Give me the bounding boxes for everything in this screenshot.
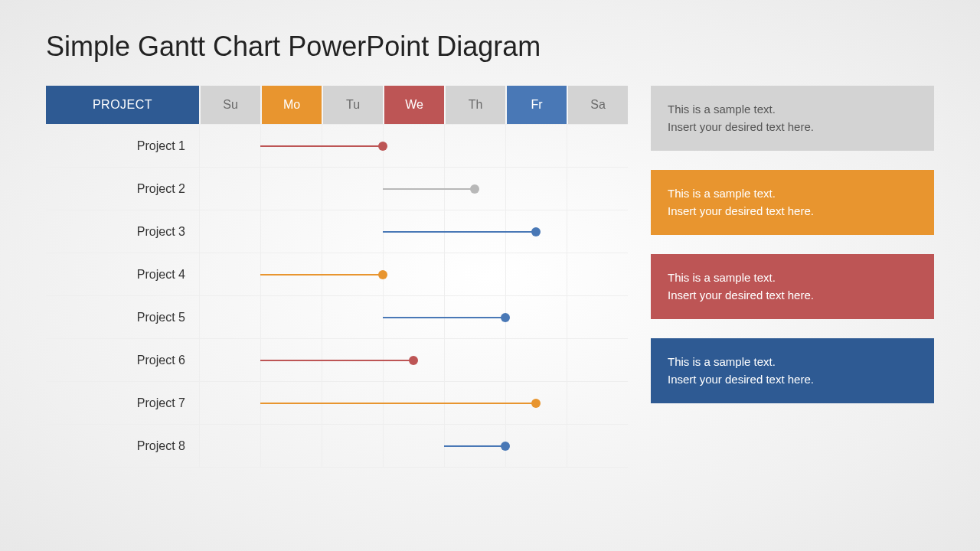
gantt-row: Project 6 bbox=[46, 339, 628, 382]
legend-box-gray: This is a sample text. Insert your desir… bbox=[651, 86, 934, 151]
content-row: PROJECT Su Mo Tu We Th Fr Sa Project 1Pr… bbox=[46, 86, 934, 468]
gantt-row-track bbox=[199, 125, 628, 167]
gantt-row-label: Project 7 bbox=[46, 396, 199, 410]
header-day-fr: Fr bbox=[507, 86, 567, 124]
gantt-bar-end-dot bbox=[501, 442, 510, 451]
gantt-row-label: Project 3 bbox=[46, 225, 199, 239]
header-day-th: Th bbox=[446, 86, 505, 124]
gantt-chart: PROJECT Su Mo Tu We Th Fr Sa Project 1Pr… bbox=[46, 86, 628, 468]
header-day-mo: Mo bbox=[262, 86, 322, 124]
legend-text: Insert your desired text here. bbox=[668, 203, 917, 220]
legend-text: Insert your desired text here. bbox=[668, 119, 917, 136]
gantt-bar bbox=[383, 231, 536, 233]
header-day-sa: Sa bbox=[568, 86, 628, 124]
gantt-row: Project 5 bbox=[46, 296, 628, 339]
gantt-row-label: Project 8 bbox=[46, 439, 199, 453]
legend-text: This is a sample text. bbox=[668, 185, 917, 203]
gantt-row-track bbox=[199, 210, 628, 253]
gantt-bar-end-dot bbox=[378, 142, 387, 151]
legend-text: This is a sample text. bbox=[668, 269, 917, 287]
slide: Simple Gantt Chart PowerPoint Diagram PR… bbox=[0, 0, 980, 551]
gantt-bar bbox=[383, 188, 475, 190]
gantt-row-label: Project 6 bbox=[46, 354, 199, 367]
gantt-row: Project 4 bbox=[46, 253, 628, 296]
gantt-row-track bbox=[199, 382, 628, 424]
gantt-row: Project 7 bbox=[46, 382, 628, 425]
gantt-row-track bbox=[199, 339, 628, 381]
legend-text: This is a sample text. bbox=[668, 101, 917, 119]
gantt-bar bbox=[260, 145, 383, 147]
gantt-bar bbox=[260, 274, 383, 276]
gantt-bar-end-dot bbox=[531, 227, 541, 236]
gantt-row-track bbox=[199, 296, 628, 338]
legend-text: This is a sample text. bbox=[668, 354, 917, 371]
header-day-su: Su bbox=[201, 86, 260, 124]
gantt-row: Project 3 bbox=[46, 210, 628, 253]
gantt-row-label: Project 4 bbox=[46, 268, 199, 282]
header-day-tu: Tu bbox=[323, 86, 383, 124]
gantt-row-label: Project 1 bbox=[46, 139, 199, 153]
gantt-bar bbox=[383, 317, 505, 318]
gantt-row: Project 2 bbox=[46, 168, 628, 210]
header-day-we: We bbox=[384, 86, 444, 124]
gantt-row-track bbox=[199, 253, 628, 295]
legend-text: Insert your desired text here. bbox=[668, 371, 917, 389]
gantt-header: PROJECT Su Mo Tu We Th Fr Sa bbox=[46, 86, 628, 124]
legend-text: Insert your desired text here. bbox=[668, 287, 917, 305]
gantt-bar-end-dot bbox=[501, 313, 510, 322]
gantt-bar bbox=[260, 403, 536, 404]
gantt-row: Project 8 bbox=[46, 425, 628, 468]
gantt-row-label: Project 2 bbox=[46, 182, 199, 196]
gantt-row-track bbox=[199, 425, 628, 467]
header-project: PROJECT bbox=[46, 86, 199, 124]
legend-box-red: This is a sample text. Insert your desir… bbox=[651, 254, 934, 319]
gantt-row: Project 1 bbox=[46, 125, 628, 168]
gantt-row-label: Project 5 bbox=[46, 311, 199, 324]
gantt-bar bbox=[444, 445, 505, 447]
legend-column: This is a sample text. Insert your desir… bbox=[651, 86, 934, 403]
gantt-bar bbox=[260, 360, 413, 361]
legend-box-blue: This is a sample text. Insert your desir… bbox=[651, 338, 934, 403]
gantt-bar-end-dot bbox=[409, 356, 418, 365]
gantt-row-track bbox=[199, 168, 628, 210]
gantt-bar-end-dot bbox=[531, 399, 541, 408]
gantt-body: Project 1Project 2Project 3Project 4Proj… bbox=[46, 124, 628, 468]
gantt-bar-end-dot bbox=[378, 270, 387, 279]
gantt-bar-end-dot bbox=[470, 184, 479, 194]
slide-title: Simple Gantt Chart PowerPoint Diagram bbox=[46, 31, 934, 63]
legend-box-orange: This is a sample text. Insert your desir… bbox=[651, 170, 934, 235]
